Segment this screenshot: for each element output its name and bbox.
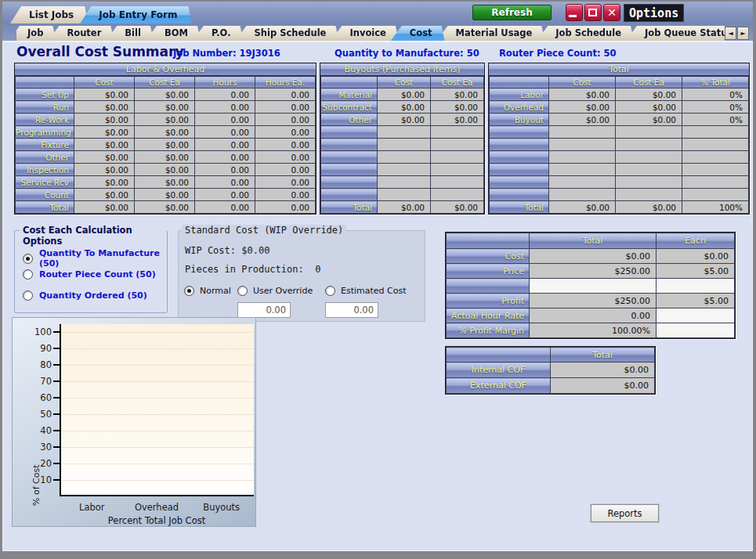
value-cell: 0.00 [195,201,255,214]
reports-button[interactable]: Reports [591,504,659,522]
app-window: List JobsJob Entry Form Refresh ✕ Option… [0,0,756,559]
value-cell: $5.00 [657,294,735,308]
radio-quantity-ordered[interactable]: Quantity Ordered (50) [23,290,147,301]
table-row [321,189,484,201]
value-cell [378,176,431,189]
table-row: Set Up$0.00$0.000.000.00 [16,88,316,101]
maximize-button[interactable] [584,4,602,21]
column-header: Hours Ea. [255,77,316,88]
tab-scroll-right-button[interactable]: ► [737,27,749,40]
header-row: CostCost Ea [321,77,484,88]
value-cell: 0.00 [195,139,255,151]
value-cell: $0.00 [74,151,135,164]
tab-material-usage[interactable]: Material Usage [437,26,545,41]
column-header: Each [657,233,735,249]
value-cell: $0.00 [431,201,484,214]
options-button[interactable]: Options [624,4,684,22]
table-row: Count$0.00$0.000.000.00 [16,189,316,201]
table-row: Total$0.00$0.000.000.00 [16,201,316,214]
labor-overhead-grid: CostCost EaHoursHours Ea.Set Up$0.00$0.0… [15,76,316,214]
value-cell: $0.00 [530,249,657,264]
row-label-cell: Cost [447,249,530,264]
gridline [61,431,254,431]
profit-summary-table: TotalEachCost$0.00$0.00Price$250.00$5.00… [445,232,736,339]
value-cell: 0.00 [255,126,316,139]
radio-user-override[interactable]: User Override [237,286,313,296]
gridline [61,381,254,382]
value-cell: 0.00 [255,101,316,114]
radio-normal[interactable]: Normal [184,286,231,296]
value-cell: $0.00 [135,126,195,139]
y-tick-label: 60 [20,392,52,403]
table-row: Internal COF$0.00 [447,362,655,378]
gridline [61,414,254,415]
value-cell: $0.00 [549,114,616,126]
tab-label: Bill [125,27,141,38]
row-label-cell [321,176,378,189]
gridline [61,447,254,448]
radio-label: User Override [253,286,313,296]
job-number-label: Job Number: 19J3016 [173,48,280,59]
row-label-cell: % Profit Margin [447,323,530,338]
row-label-cell: Count [16,189,74,201]
value-cell: $0.00 [74,101,135,114]
tab-router[interactable]: Router [48,26,114,41]
table-row: Other$0.00$0.000.000.00 [16,151,316,164]
tab-scroll-left-button[interactable]: ◄ [725,27,736,40]
radio-estimated-cost[interactable]: Estimated Cost [325,286,407,296]
value-cell: $0.00 [378,114,431,126]
module-tab-row: JobRouterBillBOMP.O.Ship ScheduleInvoice… [2,23,753,42]
tab-bom[interactable]: BOM [146,26,201,41]
radio-router-piece-count[interactable]: Router Piece Count (50) [23,269,156,280]
minimize-button[interactable] [566,4,583,21]
window-controls: ✕ [566,4,620,21]
tab-ship-schedule[interactable]: Ship Schedule [236,26,339,41]
user-override-input[interactable] [237,302,291,318]
value-cell: $0.00 [74,201,135,214]
tab-list-jobs[interactable]: List Jobs [10,6,88,23]
table-row [490,189,749,201]
table-row: Overhead$0.00$0.000% [490,101,749,114]
header-row: Total [447,348,655,362]
tab-label: Job Entry Form [99,9,177,20]
value-cell [549,126,616,139]
wip-cost-label: WIP Cost: $0.00 [185,245,269,256]
value-cell [431,151,484,164]
table-row [490,139,749,151]
close-button[interactable]: ✕ [603,4,620,21]
value-cell: $0.00 [74,88,135,101]
summary-header-row: Overall Cost Summary Job Number: 19J3016… [2,44,753,63]
tab-job-schedule[interactable]: Job Schedule [537,26,634,41]
value-cell: $0.00 [616,201,682,214]
tab-p-o-[interactable]: P.O. [193,26,244,41]
table-row [490,126,749,139]
tab-cost[interactable]: Cost [391,26,445,41]
column-header: Cost [74,77,135,88]
tab-job-entry-form[interactable]: Job Entry Form [80,6,191,23]
table-row: Fixture$0.00$0.000.000.00 [16,139,316,151]
tab-job-queue-status[interactable]: Job Queue Status [626,26,725,41]
row-label-cell [321,151,378,164]
tab-invoice[interactable]: Invoice [331,26,398,41]
row-label-cell: Total [321,201,378,214]
table-row: Material$0.00$0.00 [321,88,484,101]
table-row: Other$0.00$0.00 [321,114,484,126]
row-label-cell: Other [16,151,74,164]
cost-summary-table: Labor & Overhead CostCost EaHoursHours E… [14,63,750,215]
value-cell: $0.00 [135,139,195,151]
value-cell [682,139,749,151]
radio-label: Estimated Cost [341,286,407,296]
refresh-button[interactable]: Refresh [472,5,552,20]
y-tick-mark [53,397,60,399]
value-cell: 0% [682,88,749,101]
radio-label: Router Piece Count (50) [39,269,156,280]
radio-quantity-to-manufacture[interactable]: Quantity To Manufacture (50) [23,248,167,269]
tab-label: P.O. [212,27,231,38]
y-tick-label: 80 [20,359,52,370]
row-label-cell: Profit [447,294,530,308]
value-cell [657,279,735,294]
value-cell: 0.00 [255,139,316,151]
row-label-cell: Total [490,201,549,214]
tab-bill[interactable]: Bill [106,26,154,41]
estimated-cost-input[interactable] [325,302,378,318]
